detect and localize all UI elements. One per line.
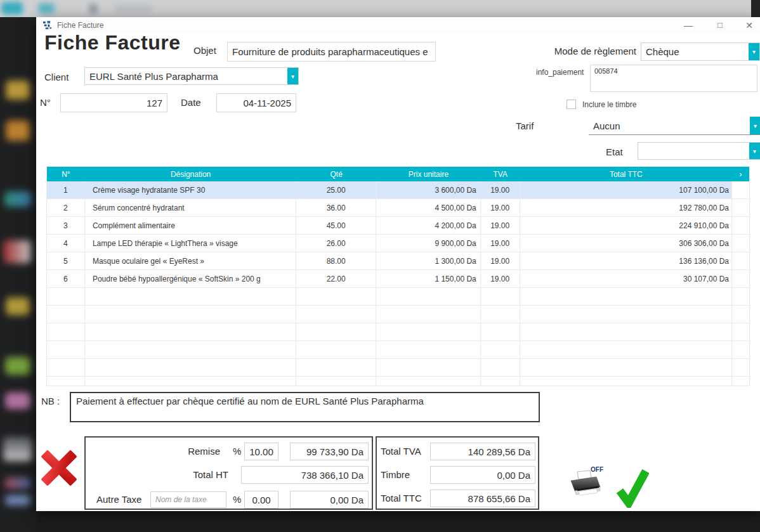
remise-pct-input[interactable] [244, 443, 278, 460]
table-row[interactable]: 1Crème visage hydratante SPF 3025.003 60… [47, 181, 749, 199]
cell-total-ttc [520, 359, 732, 376]
cell-total-ttc [520, 377, 732, 386]
objet-input[interactable] [227, 42, 436, 62]
total-ttc-field[interactable] [430, 490, 535, 507]
cell-qte: 45.00 [296, 217, 376, 234]
chevron-down-icon[interactable]: ▾ [749, 43, 759, 60]
cell-qte [296, 306, 376, 323]
table-row[interactable]: 5Masque oculaire gel « EyeRest »88.001 3… [47, 252, 749, 270]
background-blob [89, 4, 98, 14]
cell-n: 4 [47, 235, 85, 252]
desktop-icon-blob [6, 81, 30, 100]
etat-combobox[interactable]: ▾ [638, 142, 760, 160]
column-header-qte[interactable]: Qté [296, 167, 376, 181]
cell-prix-unitaire [376, 359, 481, 376]
window-title: Fiche Facture [57, 21, 103, 30]
column-header-numero[interactable]: N° [47, 167, 85, 181]
cell-designation [85, 323, 296, 341]
date-input[interactable] [216, 93, 296, 112]
timbre-field[interactable] [430, 466, 535, 484]
desktop-icon-blob [5, 495, 30, 505]
timbre-label: Timbre [381, 469, 410, 480]
validate-button[interactable] [616, 467, 649, 510]
numero-input[interactable] [60, 93, 167, 112]
cancel-button[interactable] [42, 450, 76, 486]
app-icon [43, 21, 52, 30]
cell-qte: 22.00 [296, 270, 376, 287]
cell-n: 3 [47, 217, 85, 234]
mode-reglement-combobox[interactable]: Chèque ▾ [641, 42, 760, 61]
cell-qte [296, 377, 376, 386]
cell-designation: Lampe LED thérapie « LightThera » visage [85, 235, 296, 252]
table-row[interactable] [47, 306, 749, 323]
cell-gutter [732, 377, 749, 386]
column-header-total-ttc[interactable]: Total TTC [520, 167, 732, 181]
cell-designation [85, 341, 296, 358]
table-row[interactable] [47, 377, 749, 386]
chevron-right-icon: › [739, 169, 742, 179]
desktop-icon-blob [6, 297, 30, 315]
info-paiement-field[interactable]: 005874 [590, 65, 757, 92]
column-header-tva[interactable]: TVA [481, 167, 520, 181]
total-ht-field[interactable] [241, 466, 369, 484]
autre-taxe-name-input[interactable] [150, 491, 226, 508]
cell-qte: 25.00 [296, 181, 376, 198]
tarif-combobox[interactable]: Aucun ▾ [589, 117, 760, 135]
print-button[interactable] [568, 470, 601, 500]
table-row[interactable] [47, 288, 749, 306]
chevron-down-icon[interactable]: ▾ [749, 143, 760, 159]
cell-n: 2 [47, 199, 85, 216]
cell-total-ttc: 306 306,00 Da [520, 235, 732, 252]
table-row[interactable] [47, 341, 749, 359]
maximize-button[interactable]: □ [706, 17, 734, 34]
background-blob [38, 3, 55, 13]
inclure-timbre-checkbox[interactable] [567, 100, 576, 109]
table-row[interactable] [47, 323, 749, 341]
table-row[interactable]: 4Lampe LED thérapie « LightThera » visag… [47, 235, 749, 252]
autre-taxe-pct-input[interactable] [244, 491, 278, 509]
background-blob [1, 2, 23, 15]
cell-qte [296, 288, 376, 305]
remise-amount-field[interactable] [290, 443, 369, 460]
cell-tva [481, 288, 520, 305]
cell-total-ttc [520, 341, 732, 358]
close-button[interactable]: ✕ [735, 17, 760, 34]
desktop-icon-blob [5, 477, 30, 489]
cell-tva: 19.00 [481, 252, 520, 269]
remise-label: Remise [168, 446, 220, 457]
chevron-down-icon[interactable]: ▾ [287, 68, 298, 84]
client-combobox[interactable]: EURL Santé Plus Parapharma ▾ [84, 67, 299, 85]
nb-label: NB : [41, 396, 60, 406]
table-row[interactable]: 2Sérum concentré hydratant36.004 500,00 … [47, 199, 749, 217]
column-header-prix-unitaire[interactable]: Prix unitaire [376, 167, 481, 181]
nb-field[interactable]: Paiement à effectuer par chèque certifié… [70, 392, 540, 422]
cell-prix-unitaire [376, 288, 481, 305]
table-row[interactable] [47, 359, 749, 377]
minimize-button[interactable]: — [674, 17, 702, 34]
desktop-icon-blob [3, 240, 31, 263]
cell-n [47, 341, 85, 358]
cell-designation: Sérum concentré hydratant [85, 199, 296, 216]
autre-taxe-amount-field[interactable] [290, 491, 369, 509]
etat-label: Etat [606, 146, 623, 157]
background-corner [751, 0, 760, 17]
cell-total-ttc: 107 100,00 Da [520, 181, 732, 198]
cell-n [47, 377, 85, 386]
column-header-designation[interactable]: Désignation [85, 167, 296, 181]
cell-prix-unitaire: 9 900,00 Da [376, 235, 481, 252]
mode-reglement-label: Mode de règlement [525, 46, 636, 56]
total-tva-field[interactable] [430, 443, 535, 460]
table-row[interactable]: 3Complément alimentaire45.004 200,00 Da1… [47, 217, 749, 235]
cell-gutter [732, 306, 749, 323]
cell-prix-unitaire [376, 323, 481, 341]
table-row[interactable]: 6Poudre bébé hypoallergénique « SoftSkin… [47, 270, 749, 288]
table-scroll-button[interactable]: › [732, 167, 749, 181]
cell-total-ttc: 224 910,00 Da [520, 217, 732, 234]
cell-gutter [732, 359, 749, 376]
cell-designation [85, 359, 296, 376]
desktop-icon-blob [4, 191, 31, 207]
chevron-down-icon[interactable]: ▾ [750, 117, 760, 134]
autre-taxe-percent-sign: % [233, 494, 241, 505]
cell-designation: Masque oculaire gel « EyeRest » [85, 252, 296, 269]
totals-right-box: Total TVA Timbre Total TTC [376, 436, 539, 510]
